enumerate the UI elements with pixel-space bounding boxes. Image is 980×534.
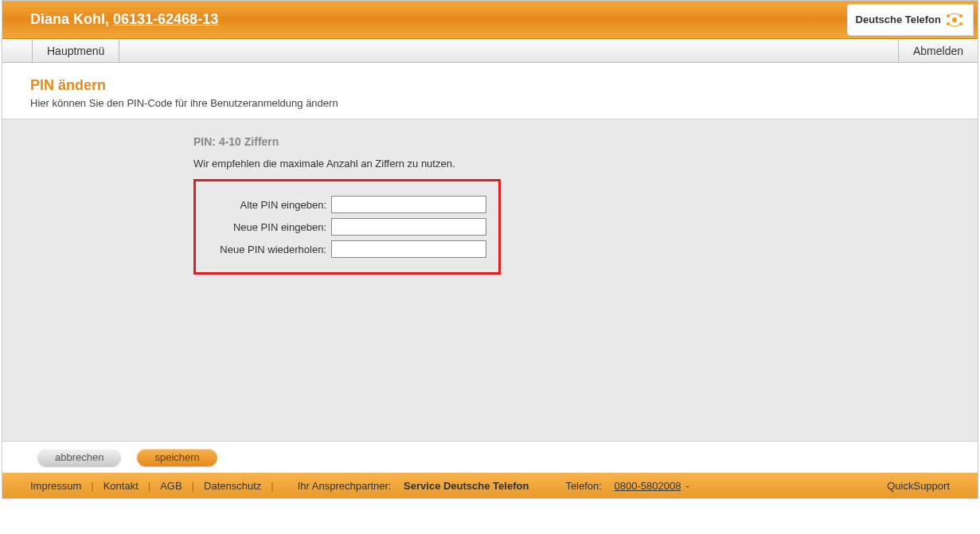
footer-impressum-link[interactable]: Impressum	[30, 480, 81, 492]
repeat-pin-label: Neue PIN wiederholen:	[204, 244, 331, 255]
save-button[interactable]: speichern	[137, 449, 217, 466]
logo-icon	[944, 10, 965, 30]
old-pin-label: Alte PIN eingeben:	[204, 199, 331, 211]
cancel-button[interactable]: abbrechen	[37, 449, 121, 466]
main-content: PIN: 4-10 Ziffern Wir empfehlen die maxi…	[2, 119, 978, 441]
footer-sep: |	[271, 480, 273, 492]
new-pin-input[interactable]	[331, 218, 486, 236]
highlight-box: Alte PIN eingeben: Neue PIN eingeben: Ne…	[193, 179, 501, 275]
row-repeat-pin: Neue PIN wiederholen:	[204, 240, 486, 258]
footer-kontakt-link[interactable]: Kontakt	[103, 480, 139, 492]
logout-button[interactable]: Abmelden	[898, 39, 978, 62]
new-pin-label: Neue PIN eingeben:	[204, 221, 331, 233]
footer-quicksupport-link[interactable]: QuickSupport	[887, 480, 950, 492]
footer-left: Impressum | Kontakt | AGB | Datenschutz …	[30, 480, 689, 492]
logo-text: Deutsche Telefon	[856, 14, 941, 25]
footer-phone-suffix: -	[685, 480, 689, 492]
footer-agb-link[interactable]: AGB	[160, 480, 182, 492]
action-bar: abbrechen speichern	[2, 441, 978, 473]
footer-datenschutz-link[interactable]: Datenschutz	[204, 480, 261, 492]
content-header: PIN ändern Hier können Sie den PIN-Code …	[2, 63, 978, 119]
page-subtitle: Hier können Sie den PIN-Code für ihre Be…	[30, 97, 950, 109]
svg-point-0	[952, 18, 957, 22]
form-section-title: PIN: 4-10 Ziffern	[193, 135, 978, 148]
footer-phone-link[interactable]: 0800-5802008	[615, 480, 681, 492]
user-name-text: Diana Kohl	[30, 11, 105, 27]
footer-contact-label: Ihr Ansprechpartner:	[298, 480, 392, 492]
menu-spacer	[2, 39, 33, 62]
old-pin-input[interactable]	[331, 196, 486, 213]
header-bar: Diana Kohl, 06131-62468-13 Deutsche Tele…	[2, 1, 978, 39]
footer-phone-label: Telefon:	[565, 480, 602, 492]
main-menu-button[interactable]: Hauptmenü	[33, 39, 119, 62]
footer-contact-value: Service Deutsche Telefon	[404, 480, 529, 492]
page-title: PIN ändern	[30, 77, 950, 94]
menu-bar: Hauptmenü Abmelden	[2, 39, 978, 63]
row-new-pin: Neue PIN eingeben:	[204, 218, 486, 236]
brand-logo: Deutsche Telefon	[847, 4, 974, 36]
footer-sep: |	[91, 480, 93, 492]
footer-bar: Impressum | Kontakt | AGB | Datenschutz …	[2, 473, 978, 498]
row-old-pin: Alte PIN eingeben:	[204, 196, 486, 213]
repeat-pin-input[interactable]	[331, 240, 486, 258]
user-number-link[interactable]: 06131-62468-13	[113, 11, 218, 27]
footer-sep: |	[192, 480, 194, 492]
footer-sep: |	[148, 480, 150, 492]
header-user: Diana Kohl, 06131-62468-13	[30, 11, 218, 28]
form-hint: Wir empfehlen die maximale Anzahl an Zif…	[193, 158, 978, 170]
